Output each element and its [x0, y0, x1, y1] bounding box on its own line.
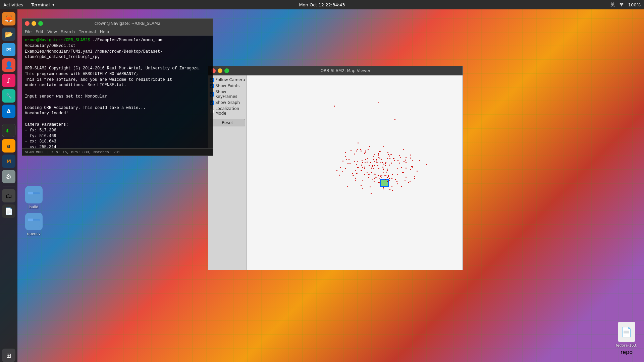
map-point: [370, 186, 371, 187]
mapviewer-title-text: ORB-SLAM2: Map Viewer: [231, 68, 460, 73]
map-point: [371, 193, 372, 194]
map-point: [354, 154, 355, 155]
map-point: [383, 188, 384, 189]
map-point: [389, 165, 390, 166]
sidebar-app-appstore[interactable]: A: [2, 105, 15, 118]
activities-label[interactable]: Activities: [3, 2, 23, 7]
map-point: [373, 159, 374, 160]
sidebar: 🦊 📂 ✉ 👤 ♪ 🔧 A $_ a M ⚙ 🗂 📄 ⊞: [0, 9, 17, 362]
sidebar-app-terminal[interactable]: $_: [2, 124, 15, 137]
map-point: [374, 154, 375, 155]
sidebar-app-music[interactable]: ♪: [2, 74, 15, 87]
terminal-label[interactable]: Terminal: [31, 2, 50, 7]
topbar-lang[interactable]: 英: [610, 2, 615, 8]
show-keyframes-checkbox[interactable]: Show KeyFrames: [210, 89, 245, 99]
sidebar-app-folder2[interactable]: 📄: [2, 204, 15, 218]
terminal-content: crown@Navigate:~/ORB_SLAM2$ ./Examples/M…: [22, 36, 213, 148]
map-point: [362, 160, 363, 161]
svg-rect-5: [28, 219, 33, 221]
desktop-icon-fedora[interactable]: 📄 fedora-163. repo: [616, 322, 637, 355]
sidebar-app-grid[interactable]: ⊞: [2, 349, 15, 362]
terminal-menu-view[interactable]: View: [47, 29, 57, 34]
terminal-close-btn[interactable]: [25, 21, 30, 26]
map-point: [381, 177, 382, 178]
mapviewer-window: ORB-SLAM2: Map Viewer Follow Camera Show…: [208, 66, 463, 270]
sidebar-app-files[interactable]: 📂: [2, 27, 15, 41]
map-point: [372, 166, 373, 167]
map-point: [376, 177, 377, 178]
show-graph-checkbox[interactable]: Show Graph: [210, 100, 245, 105]
map-point: [370, 162, 371, 163]
map-point: [399, 155, 400, 156]
map-point: [371, 172, 372, 173]
map-point: [342, 171, 343, 172]
map-point: [389, 178, 390, 179]
desktop-icon-build[interactable]: build: [25, 186, 43, 209]
map-point: [369, 146, 370, 147]
map-point: [412, 160, 413, 161]
map-point: [346, 159, 347, 160]
map-point: [405, 180, 406, 181]
map-point: [385, 175, 386, 176]
map-point: [378, 168, 379, 169]
svg-rect-2: [28, 192, 33, 194]
terminal-menu-search[interactable]: Search: [61, 29, 75, 34]
terminal-minimize-btn[interactable]: [32, 21, 36, 26]
fedora-icon-image: 📄: [618, 322, 635, 342]
mapviewer-canvas[interactable]: [247, 75, 463, 270]
show-points-checkbox[interactable]: Show Points: [210, 83, 245, 88]
map-point: [410, 158, 411, 159]
topbar-right: 英 100%: [610, 2, 644, 8]
map-point: [414, 176, 415, 177]
map-point: [378, 153, 379, 154]
terminal-menu-help[interactable]: Help: [100, 29, 109, 34]
mapviewer-minimize-btn[interactable]: [218, 68, 222, 73]
sidebar-app-contacts[interactable]: 👤: [2, 58, 15, 72]
map-point: [391, 186, 392, 187]
terminal-menu-edit[interactable]: Edit: [36, 29, 43, 34]
map-point: [383, 164, 384, 165]
map-point: [354, 161, 355, 162]
sidebar-app-mail[interactable]: ✉: [2, 43, 15, 56]
sidebar-app-finder[interactable]: 🗂: [2, 189, 15, 202]
map-point: [388, 175, 389, 176]
sidebar-app-matlab[interactable]: M: [2, 155, 15, 168]
topbar-wifi-icon: [619, 2, 624, 7]
mapviewer-controls: Follow Camera Show Points Show KeyFrames…: [208, 75, 247, 270]
map-point: [374, 174, 375, 175]
localization-mode-checkbox[interactable]: Localization Mode: [210, 106, 245, 116]
sidebar-divider-1: [3, 121, 15, 121]
sidebar-app-xcode[interactable]: 🔧: [2, 89, 15, 103]
terminal-menu-terminal[interactable]: Terminal: [79, 29, 96, 34]
map-point: [367, 162, 368, 163]
terminal-maximize-btn[interactable]: [38, 21, 43, 26]
sidebar-app-amazon[interactable]: a: [2, 139, 15, 153]
terminal-title-text: crown@Navigate: ~/ORB_SLAM2: [45, 21, 210, 26]
map-point: [411, 166, 412, 167]
desktop-icon-opencv[interactable]: opencv: [25, 213, 43, 236]
map-point: [391, 154, 392, 155]
sidebar-app-settings[interactable]: ⚙: [2, 170, 15, 183]
map-point: [358, 142, 359, 143]
mapviewer-maximize-btn[interactable]: [224, 68, 229, 73]
map-point: [382, 162, 383, 163]
map-point: [376, 162, 377, 163]
sidebar-divider-2: [3, 186, 15, 186]
map-point: [382, 167, 383, 168]
map-point: [414, 178, 415, 179]
mapviewer-body: Follow Camera Show Points Show KeyFrames…: [208, 75, 463, 270]
map-point: [357, 149, 358, 150]
map-point: [410, 181, 411, 182]
map-point: [375, 174, 376, 175]
map-point: [402, 172, 403, 173]
svg-rect-4: [28, 221, 40, 227]
terminal-menu-arrow[interactable]: ▾: [52, 3, 54, 7]
sidebar-app-firefox[interactable]: 🦊: [2, 12, 15, 25]
follow-camera-checkbox[interactable]: Follow Camera: [210, 77, 245, 82]
map-point: [347, 163, 348, 164]
map-point: [360, 149, 361, 150]
show-points-label: Show Points: [215, 83, 239, 88]
reset-button[interactable]: Reset: [210, 119, 245, 126]
map-point: [378, 154, 379, 155]
terminal-menu-file[interactable]: File: [25, 29, 32, 34]
